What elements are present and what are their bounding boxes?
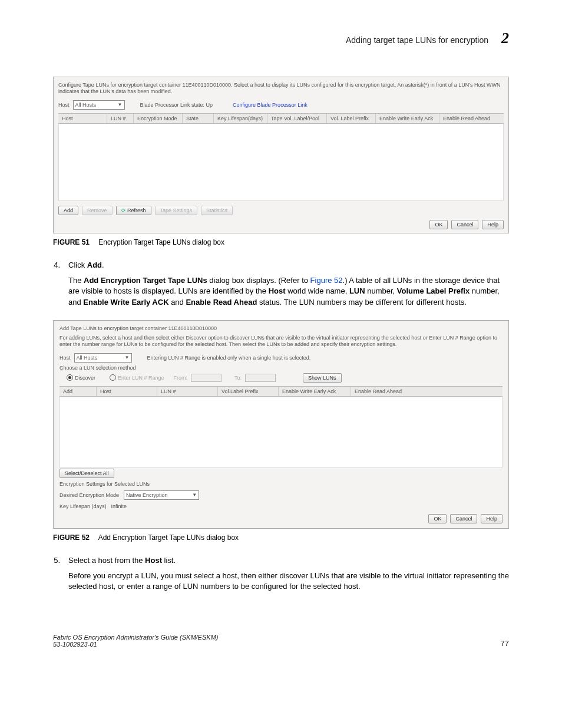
configure-blade-link[interactable]: Configure Blade Processor Link (233, 102, 308, 108)
step5-bold: Host (145, 556, 162, 565)
fig51-table-header: Host LUN # Encryption Mode State Key Lif… (58, 113, 504, 124)
fig52-desc: For adding LUNs, select a host and then … (59, 335, 503, 348)
th2-add: Add (59, 387, 97, 396)
th-lun: LUN # (107, 114, 134, 123)
statistics-button: Statistics (201, 206, 233, 215)
footer-docnum: 53-1002923-01 (53, 641, 218, 648)
th-earlyack: Enable Write Early Ack (376, 114, 439, 123)
encryption-settings-header: Encryption Settings for Selected LUNs (59, 481, 503, 487)
show-luns-button[interactable]: Show LUNs (303, 373, 342, 383)
page-section-title: Adding target tape LUNs for encryption (346, 35, 488, 45)
refresh-label: Refresh (127, 207, 146, 213)
fig52-table-body (59, 397, 503, 468)
cancel-button[interactable]: Cancel (451, 220, 478, 229)
fig51-caption: FIGURE 51 Encryption Target Tape LUNs di… (53, 238, 509, 246)
fig52-host-note: Entering LUN # Range is enabled only whe… (147, 355, 311, 361)
choose-method-label: Choose a LUN selection method (59, 365, 503, 371)
th2-host: Host (97, 387, 157, 396)
discover-label: Discover (75, 375, 95, 381)
th2-lun: LUN # (157, 387, 218, 396)
fig51-desc: Configure Tape LUNs for encryption targe… (58, 82, 504, 95)
step-5: 5. Select a host from the Host list. (53, 556, 509, 565)
lifespan-value: Infinite (111, 503, 127, 509)
th2-prefix: Vol.Label Prefix (218, 387, 279, 396)
tape-settings-button: Tape Settings (155, 206, 198, 215)
lifespan-label: Key Lifespan (days) (59, 503, 107, 509)
fig52-dialog: Add Tape LUNs to encryption target conta… (53, 320, 509, 529)
step4-num: 4. (53, 261, 60, 269)
step5-pre: Select a host from the (68, 556, 145, 565)
th2-readahead: Enable Read Ahead (351, 387, 503, 396)
discover-radio[interactable]: Discover (67, 374, 95, 381)
fig52-ok-button[interactable]: OK (428, 514, 447, 523)
from-input (191, 374, 222, 382)
host-label: Host (58, 102, 70, 108)
chevron-down-icon: ▼ (125, 355, 130, 360)
step4-pre: Click (68, 261, 87, 269)
fig52-host-dropdown[interactable]: All Hosts ▼ (74, 353, 132, 363)
th-prefix: Vol. Label Prefix (327, 114, 376, 123)
th-state: State (183, 114, 214, 123)
th-host: Host (58, 114, 107, 123)
fig52-host-value: All Hosts (77, 355, 98, 361)
step4-bold: Add (87, 261, 102, 269)
fig51-caption-label: FIGURE 51 (53, 238, 90, 246)
fig52-help-button[interactable]: Help (481, 514, 503, 523)
chapter-number: 2 (501, 29, 509, 47)
enc-mode-label: Desired Encryption Mode (59, 492, 119, 498)
remove-button: Remove (82, 206, 113, 215)
fig52-caption-text: Add Encryption Target Tape LUNs dialog b… (98, 533, 239, 542)
step5-post: list. (162, 556, 176, 565)
fig52-host-label: Host (59, 355, 71, 361)
fig52-cancel-button[interactable]: Cancel (450, 514, 477, 523)
blade-state: Blade Processor Link state: Up (140, 102, 213, 108)
to-label: To: (234, 375, 242, 381)
fig52-table-header: Add Host LUN # Vol.Label Prefix Enable W… (59, 386, 503, 397)
th-tapevol: Tape Vol. Label/Pool (267, 114, 327, 123)
step4-paragraph: The Add Encryption Target Tape LUNs dial… (68, 275, 509, 309)
th2-earlyack: Enable Write Early Ack (279, 387, 351, 396)
page-footer: Fabric OS Encryption Administrator's Gui… (53, 634, 509, 648)
fig52-caption-label: FIGURE 52 (53, 533, 90, 542)
step4-post: . (102, 261, 104, 269)
radio-icon (110, 374, 116, 381)
enter-range-label: Enter LUN # Range (118, 375, 164, 381)
refresh-button[interactable]: ⟳ Refresh (116, 206, 151, 215)
radio-icon (67, 374, 73, 381)
fig51-dialog: Configure Tape LUNs for encryption targe… (53, 77, 509, 233)
host-dropdown-value: All Hosts (75, 102, 97, 108)
refresh-icon: ⟳ (121, 207, 126, 213)
fig52-title: Add Tape LUNs to encryption target conta… (59, 325, 503, 331)
enter-range-radio: Enter LUN # Range (110, 374, 164, 381)
select-deselect-all-button[interactable]: Select/Deselect All (59, 469, 114, 478)
add-button[interactable]: Add (58, 206, 78, 215)
th-lifespan: Key Lifespan(days) (214, 114, 267, 123)
chevron-down-icon: ▼ (118, 102, 123, 107)
ok-button[interactable]: OK (429, 220, 448, 229)
fig51-table-body (58, 124, 504, 201)
step5-paragraph: Before you encrypt a LUN, you must selec… (68, 571, 509, 593)
help-button[interactable]: Help (482, 220, 504, 229)
th-readahead: Enable Read Ahead (439, 114, 504, 123)
chevron-down-icon: ▼ (192, 492, 197, 498)
step-4: 4. Click Add. (53, 261, 509, 269)
page-number: 77 (501, 639, 509, 648)
enc-mode-value: Native Encryption (126, 492, 168, 498)
fig51-caption-text: Encryption Target Tape LUNs dialog box (98, 238, 224, 246)
fig52-caption: FIGURE 52 Add Encryption Target Tape LUN… (53, 533, 509, 542)
host-dropdown[interactable]: All Hosts ▼ (73, 100, 125, 110)
figure52-link[interactable]: Figure 52 (310, 276, 343, 285)
footer-guide-title: Fabric OS Encryption Administrator's Gui… (53, 634, 218, 641)
step5-num: 5. (53, 556, 60, 565)
th-encmode: Encryption Mode (134, 114, 183, 123)
to-input (245, 374, 276, 382)
enc-mode-dropdown[interactable]: Native Encryption ▼ (124, 490, 199, 500)
from-label: From: (174, 375, 188, 381)
